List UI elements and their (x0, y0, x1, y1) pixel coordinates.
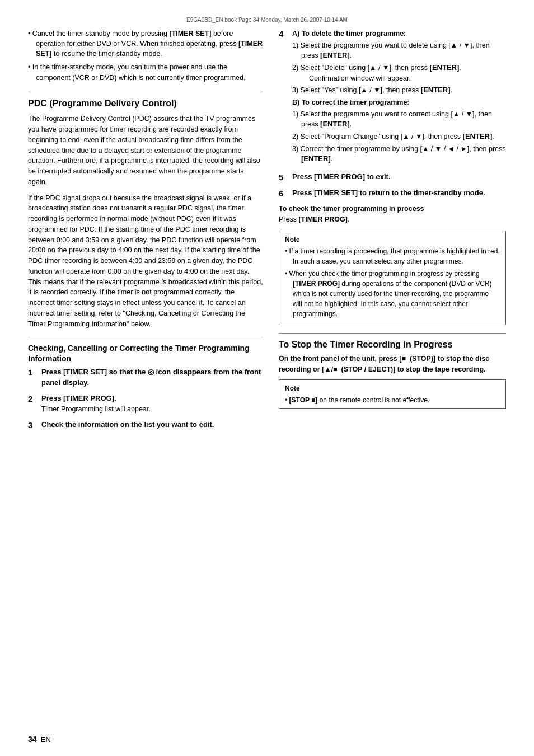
note-box-1: Note If a timer recording is proceeding,… (279, 231, 506, 325)
step-5: 5 Press [TIMER PROG] to exit. (279, 172, 506, 183)
divider-pdc (28, 92, 263, 92)
step-2-sub: Timer Programming list will appear. (41, 405, 151, 413)
step-4b-list: 1) Select the programme you want to corr… (292, 109, 506, 165)
page: E9GA0BD_EN.book Page 34 Monday, March 26… (0, 0, 534, 756)
step-4b-item-1: 1) Select the programme you want to corr… (292, 109, 506, 130)
note-list-1: If a timer recording is proceeding, that… (285, 246, 500, 319)
step-2: 2 Press [TIMER PROG]. Timer Programming … (28, 393, 263, 414)
page-number: 34 (28, 735, 37, 744)
stop-section-body: On the front panel of the unit, press [■… (279, 354, 506, 375)
step-4-num: 4 (279, 29, 289, 166)
note-title-1: Note (285, 234, 500, 245)
top-bullets-list: Cancel the timer-standby mode by pressin… (28, 29, 263, 83)
step-3: 3 Check the information on the list you … (28, 420, 263, 431)
step-1: 1 Press [TIMER SET] so that the ◎ icon d… (28, 367, 263, 388)
checking-section-title: Checking, Cancelling or Correcting the T… (28, 343, 263, 363)
file-info: E9GA0BD_EN.book Page 34 Monday, March 26… (28, 17, 506, 23)
pdc-body-1: The Programme Delivery Control (PDC) ass… (28, 114, 263, 187)
step-4-content: A) To delete the timer programme: 1) Sel… (292, 29, 506, 166)
note-box-2: Note [STOP ■] on the remote control is n… (279, 379, 506, 409)
step-4b-item-3: 3) Correct the timer programme by using … (292, 144, 506, 165)
step-2-content: Press [TIMER PROG]. Timer Programming li… (41, 393, 263, 414)
step-4a-item-3: 3) Select "Yes" using [▲ / ▼], then pres… (292, 85, 506, 96)
step-1-num: 1 (28, 367, 38, 388)
step-3-num: 3 (28, 420, 38, 431)
step-4a-list: 1) Select the programme you want to dele… (292, 40, 506, 96)
top-bullet-1: Cancel the timer-standby mode by pressin… (28, 29, 263, 59)
top-bullet-2: In the timer-standby mode, you can turn … (28, 62, 263, 82)
divider-checking (28, 337, 263, 337)
step-3-content: Check the information on the list you wa… (41, 420, 263, 431)
check-timer-heading: To check the timer programming in proces… (279, 205, 506, 213)
pdc-body-2: If the PDC signal drops out because the … (28, 193, 263, 330)
step-6-content: Press [TIMER SET] to return to the timer… (292, 188, 506, 199)
step-2-num: 2 (28, 393, 38, 414)
stop-section-title: To Stop the Timer Recording in Progress (279, 339, 506, 351)
divider-stop (279, 333, 506, 334)
note-item-1: If a timer recording is proceeding, that… (285, 246, 500, 266)
two-column-layout: Cancel the timer-standby mode by pressin… (28, 29, 506, 436)
page-footer: 34 EN (28, 735, 51, 744)
note-item-2: When you check the timer programming in … (285, 269, 500, 319)
note-stop-bullet: [STOP ■] on the remote control is not ef… (285, 395, 500, 405)
step-6: 6 Press [TIMER SET] to return to the tim… (279, 188, 506, 199)
left-column: Cancel the timer-standby mode by pressin… (28, 29, 263, 436)
step-1-content: Press [TIMER SET] so that the ◎ icon dis… (41, 367, 263, 388)
step-4b-item-2: 2) Select "Program Change" using [▲ / ▼]… (292, 132, 506, 142)
step-4a-label: A) To delete the timer programme: (292, 29, 506, 39)
note-title-2: Note (285, 383, 500, 393)
pdc-section-title: PDC (Programme Delivery Control) (28, 98, 263, 110)
step-5-content: Press [TIMER PROG] to exit. (292, 172, 506, 183)
right-column: 4 A) To delete the timer programme: 1) S… (279, 29, 506, 436)
step-6-num: 6 (279, 188, 289, 199)
lang-label: EN (41, 735, 51, 744)
step-4a-item-2: 2) Select "Delete" using [▲ / ▼], then p… (292, 63, 506, 83)
step-4: 4 A) To delete the timer programme: 1) S… (279, 29, 506, 166)
step-4a-item-1: 1) Select the programme you want to dele… (292, 40, 506, 61)
check-timer-text: Press [TIMER PROG]. (279, 214, 506, 225)
step-4b-label: B) To correct the timer programme: (292, 97, 506, 107)
step-5-num: 5 (279, 172, 289, 183)
